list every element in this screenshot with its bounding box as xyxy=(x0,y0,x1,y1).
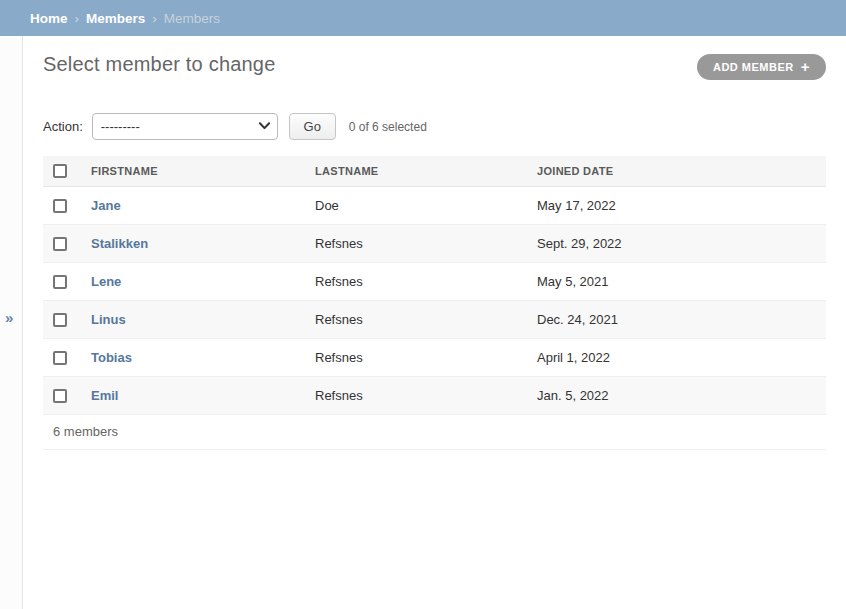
row-checkbox[interactable] xyxy=(53,313,67,327)
title-row: Select member to change ADD MEMBER + xyxy=(43,53,826,80)
action-select-wrap: --------- xyxy=(92,113,278,140)
row-checkbox[interactable] xyxy=(53,275,67,289)
lastname-cell: Refsnes xyxy=(305,339,527,377)
lastname-cell: Refsnes xyxy=(305,263,527,301)
breadcrumb-link-members[interactable]: Members xyxy=(86,11,145,26)
add-member-label: ADD MEMBER xyxy=(713,61,794,73)
table-row: Linus Refsnes Dec. 24, 2021 xyxy=(43,301,826,339)
breadcrumb: Home › Members › Members xyxy=(0,0,846,36)
table-row: Jane Doe May 17, 2022 xyxy=(43,187,826,225)
member-link[interactable]: Stalikken xyxy=(91,236,148,251)
table-row: Emil Refsnes Jan. 5, 2022 xyxy=(43,377,826,415)
joined-date-cell: May 17, 2022 xyxy=(527,187,826,225)
joined-date-cell: Jan. 5, 2022 xyxy=(527,377,826,415)
member-link[interactable]: Jane xyxy=(91,198,121,213)
select-all-checkbox[interactable] xyxy=(53,164,67,178)
breadcrumb-link-home[interactable]: Home xyxy=(30,11,68,26)
row-checkbox[interactable] xyxy=(53,389,67,403)
member-count: 6 members xyxy=(43,415,826,450)
member-link[interactable]: Emil xyxy=(91,388,118,403)
column-header-lastname[interactable]: LASTNAME xyxy=(305,156,527,187)
joined-date-cell: Dec. 24, 2021 xyxy=(527,301,826,339)
row-checkbox[interactable] xyxy=(53,237,67,251)
member-link[interactable]: Tobias xyxy=(91,350,132,365)
table-header-row: FIRSTNAME LASTNAME JOINED DATE xyxy=(43,156,826,187)
plus-icon: + xyxy=(801,59,810,74)
action-select[interactable]: --------- xyxy=(92,113,278,140)
sidebar-expand-toggle[interactable]: » xyxy=(3,307,15,328)
collapsed-sidebar: » xyxy=(0,36,23,609)
joined-date-cell: May 5, 2021 xyxy=(527,263,826,301)
breadcrumb-separator: › xyxy=(75,11,80,26)
lastname-cell: Refsnes xyxy=(305,377,527,415)
lastname-cell: Refsnes xyxy=(305,225,527,263)
lastname-cell: Refsnes xyxy=(305,301,527,339)
lastname-cell: Doe xyxy=(305,187,527,225)
action-label: Action: xyxy=(43,119,83,134)
page-title: Select member to change xyxy=(43,53,276,76)
column-header-joined-date[interactable]: JOINED DATE xyxy=(527,156,826,187)
breadcrumb-current: Members xyxy=(164,11,220,26)
content: Select member to change ADD MEMBER + Act… xyxy=(23,36,846,609)
column-header-firstname[interactable]: FIRSTNAME xyxy=(81,156,305,187)
add-member-button[interactable]: ADD MEMBER + xyxy=(697,54,826,80)
row-checkbox[interactable] xyxy=(53,351,67,365)
actions-bar: Action: --------- Go 0 of 6 selected xyxy=(43,113,826,140)
table-row: Stalikken Refsnes Sept. 29, 2022 xyxy=(43,225,826,263)
table-row: Lene Refsnes May 5, 2021 xyxy=(43,263,826,301)
members-table: FIRSTNAME LASTNAME JOINED DATE Jane Doe … xyxy=(43,156,826,415)
joined-date-cell: April 1, 2022 xyxy=(527,339,826,377)
table-row: Tobias Refsnes April 1, 2022 xyxy=(43,339,826,377)
page-body: » Select member to change ADD MEMBER + A… xyxy=(0,36,846,609)
member-link[interactable]: Linus xyxy=(91,312,126,327)
selection-counter: 0 of 6 selected xyxy=(349,120,427,134)
member-link[interactable]: Lene xyxy=(91,274,121,289)
joined-date-cell: Sept. 29, 2022 xyxy=(527,225,826,263)
breadcrumb-separator: › xyxy=(152,11,157,26)
go-button[interactable]: Go xyxy=(289,113,336,140)
row-checkbox[interactable] xyxy=(53,199,67,213)
